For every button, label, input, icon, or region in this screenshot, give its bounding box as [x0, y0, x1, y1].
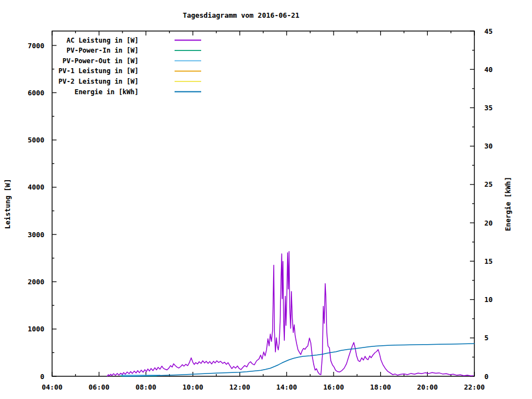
legend-label: PV-Power-In in [W]: [66, 47, 139, 54]
series-line-energie-in-kwh-: [122, 344, 474, 376]
y-left-tick-label: 1000: [28, 325, 44, 333]
x-tick-label: 22:00: [464, 383, 485, 391]
chart-canvas: Tagesdiagramm vom 2016-06-21 Leistung [W…: [0, 0, 532, 399]
x-tick-label: 04:00: [42, 383, 63, 391]
y-right-axis-label: Energie [kWh]: [504, 177, 512, 231]
y-right-tick-label: 15: [484, 257, 493, 265]
x-tick-label: 12:00: [229, 383, 250, 391]
legend-label: PV-2 Leistung in [W]: [59, 78, 139, 85]
y-left-tick-label: 2000: [28, 278, 44, 286]
legend-label: PV-1 Leistung in [W]: [59, 67, 139, 75]
y-left-tick-label: 5000: [28, 136, 44, 144]
y-left-axis-label: Leistung [W]: [3, 179, 12, 229]
y-right-tick-label: 45: [484, 27, 493, 35]
y-right-tick-label: 40: [484, 65, 493, 74]
y-right-tick-label: 5: [484, 334, 489, 342]
legend-label: PV-Power-Out in [W]: [63, 57, 139, 65]
y-right-tick-label: 35: [484, 104, 493, 112]
legend-label: Energie in [kWh]: [74, 88, 139, 96]
y-right-tick-label: 30: [484, 142, 493, 150]
y-left-tick-label: 3000: [28, 231, 44, 239]
chart-page: Tagesdiagramm vom 2016-06-21 Leistung [W…: [0, 0, 532, 399]
chart-title: Tagesdiagramm vom 2016-06-21: [183, 11, 300, 19]
y-right-tick-label: 0: [484, 372, 489, 381]
x-tick-label: 06:00: [89, 383, 110, 391]
series-line-ac-leistung-in-w-: [108, 252, 473, 376]
y-left-tick-label: 6000: [28, 89, 44, 97]
y-left-tick-label: 7000: [28, 42, 44, 50]
y-right-tick-label: 20: [484, 219, 493, 227]
y-right-tick-label: 10: [484, 295, 493, 304]
x-tick-label: 08:00: [136, 383, 157, 391]
y-left-tick-label: 4000: [28, 183, 44, 191]
y-right-tick-label: 25: [484, 180, 493, 188]
x-tick-label: 18:00: [370, 383, 391, 391]
x-tick-label: 10:00: [182, 383, 203, 391]
y-left-tick-label: 0: [40, 372, 44, 381]
x-tick-label: 16:00: [323, 383, 344, 391]
x-tick-label: 20:00: [417, 383, 438, 391]
legend-label: AC Leistung in [W]: [66, 37, 139, 44]
x-tick-label: 14:00: [277, 383, 298, 391]
plot-layer: 04:0006:0008:0010:0012:0014:0016:0018:00…: [28, 27, 493, 392]
